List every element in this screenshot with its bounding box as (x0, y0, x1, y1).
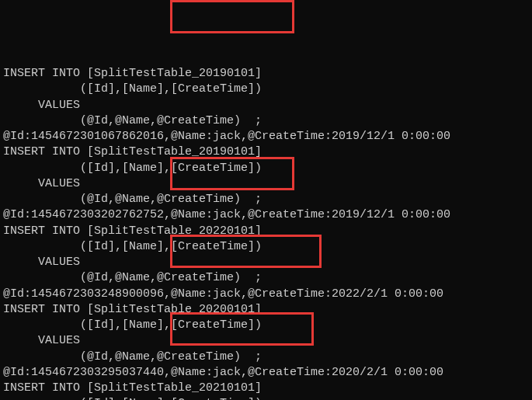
code-line: INSERT INTO [SplitTestTable_20210101] (3, 381, 529, 396)
code-line: ([Id],[Name],[CreateTime]) (3, 318, 529, 333)
code-line: ([Id],[Name],[CreateTime]) (3, 239, 529, 255)
code-line: ([Id],[Name],[CreateTime]) (3, 82, 529, 97)
code-line: @Id:1454672303295037440,@Name:jack,@Crea… (3, 365, 529, 381)
code-line: INSERT INTO [SplitTestTable_20220101] (3, 224, 529, 239)
code-line: VALUES (3, 333, 529, 349)
code-line: (@Id,@Name,@CreateTime) ; (3, 113, 529, 129)
code-line: VALUES (3, 98, 529, 113)
code-line: @Id:1454672303248900096,@Name:jack,@Crea… (3, 287, 529, 302)
code-line: (@Id,@Name,@CreateTime) ; (3, 350, 529, 365)
code-line: @Id:1454672303202762752,@Name:jack,@Crea… (3, 207, 529, 223)
code-line: INSERT INTO [SplitTestTable_20190101] (3, 66, 529, 82)
code-line: (@Id,@Name,@CreateTime) ; (3, 270, 529, 286)
highlight-box (170, 0, 294, 33)
code-line: INSERT INTO [SplitTestTable_20190101] (3, 144, 529, 160)
code-line: (@Id,@Name,@CreateTime) ; (3, 192, 529, 207)
code-line: VALUES (3, 255, 529, 270)
code-line: @Id:1454672301067862016,@Name:jack,@Crea… (3, 129, 529, 144)
code-line: ([Id],[Name],[CreateTime]) (3, 396, 529, 400)
code-line: ([Id],[Name],[CreateTime]) (3, 161, 529, 176)
terminal-output: INSERT INTO [SplitTestTable_20190101] ([… (3, 66, 529, 400)
code-line: INSERT INTO [SplitTestTable_20200101] (3, 302, 529, 318)
code-line: VALUES (3, 176, 529, 192)
